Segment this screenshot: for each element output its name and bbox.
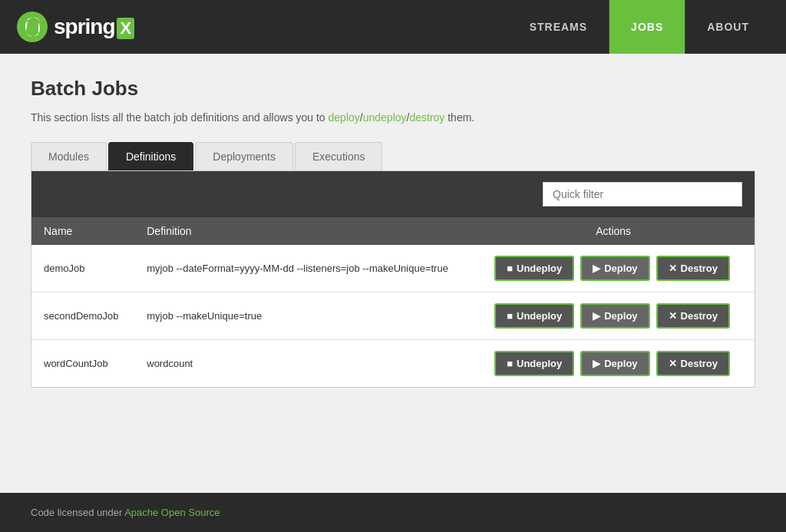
destroy-button[interactable]: ✕Destroy	[656, 351, 730, 376]
table-toolbar	[31, 171, 755, 217]
job-actions: ■Undeploy▶Deploy✕Destroy	[472, 340, 755, 388]
destroy-button-icon: ✕	[669, 358, 677, 369]
job-name: wordCountJob	[31, 340, 134, 388]
header: springX STREAMS JOBS ABOUT	[0, 0, 786, 54]
footer: Code licensed under Apache Open Source	[0, 493, 786, 532]
undeploy-button[interactable]: ■Undeploy	[494, 351, 574, 376]
destroy-button-icon: ✕	[669, 263, 677, 274]
destroy-button-icon: ✕	[669, 310, 677, 322]
undeploy-button-icon: ■	[507, 358, 513, 369]
nav-about[interactable]: ABOUT	[685, 0, 771, 54]
job-name: demoJob	[31, 245, 134, 292]
logo: springX	[15, 10, 134, 44]
deploy-button[interactable]: ▶Deploy	[580, 351, 649, 376]
job-definition: wordcount	[134, 340, 472, 388]
job-definition: myjob --dateFormat=yyyy-MM-dd --listener…	[134, 245, 472, 292]
destroy-button[interactable]: ✕Destroy	[656, 303, 730, 329]
main-content: Batch Jobs This section lists all the ba…	[0, 54, 786, 493]
job-definition: myjob --makeUnique=true	[134, 292, 472, 340]
tab-executions[interactable]: Executions	[295, 142, 382, 170]
table-panel: Name Definition Actions demoJobmyjob --d…	[31, 170, 755, 388]
destroy-button[interactable]: ✕Destroy	[656, 256, 730, 281]
tab-deployments[interactable]: Deployments	[195, 142, 293, 170]
job-actions: ■Undeploy▶Deploy✕Destroy	[472, 245, 755, 292]
deploy-button-icon: ▶	[593, 310, 600, 322]
undeploy-button[interactable]: ■Undeploy	[494, 303, 574, 329]
quick-filter-input[interactable]	[543, 182, 742, 207]
deploy-button[interactable]: ▶Deploy	[580, 303, 649, 329]
undeploy-button[interactable]: ■Undeploy	[494, 256, 574, 281]
tab-bar: Modules Definitions Deployments Executio…	[31, 142, 755, 170]
undeploy-button-icon: ■	[507, 263, 513, 274]
deploy-button-icon: ▶	[593, 263, 600, 274]
nav-jobs[interactable]: JOBS	[609, 0, 685, 54]
col-definition: Definition	[134, 217, 472, 245]
table-row: demoJobmyjob --dateFormat=yyyy-MM-dd --l…	[31, 245, 755, 292]
table-header-row: Name Definition Actions	[31, 217, 755, 245]
deploy-button-icon: ▶	[593, 358, 600, 369]
deploy-button[interactable]: ▶Deploy	[580, 256, 649, 281]
job-actions: ■Undeploy▶Deploy✕Destroy	[472, 292, 755, 340]
tab-definitions[interactable]: Definitions	[108, 142, 193, 170]
col-name: Name	[31, 217, 134, 245]
main-nav: STREAMS JOBS ABOUT	[508, 0, 771, 54]
footer-link[interactable]: Apache Open Source	[124, 507, 220, 518]
page-title: Batch Jobs	[31, 77, 755, 101]
table-row: secondDemoJobmyjob --makeUnique=true■Und…	[31, 292, 755, 340]
col-actions: Actions	[472, 217, 755, 245]
table-row: wordCountJobwordcount■Undeploy▶Deploy✕De…	[31, 340, 755, 388]
nav-streams[interactable]: STREAMS	[508, 0, 609, 54]
logo-x: X	[117, 18, 135, 39]
job-name: secondDemoJob	[31, 292, 134, 340]
svg-point-0	[17, 12, 48, 42]
page-description: This section lists all the batch job def…	[31, 111, 755, 124]
undeploy-button-icon: ■	[507, 310, 513, 322]
logo-text: springX	[54, 15, 134, 39]
tab-modules[interactable]: Modules	[31, 142, 107, 170]
spring-logo-icon	[15, 10, 49, 44]
jobs-table: Name Definition Actions demoJobmyjob --d…	[31, 217, 755, 387]
